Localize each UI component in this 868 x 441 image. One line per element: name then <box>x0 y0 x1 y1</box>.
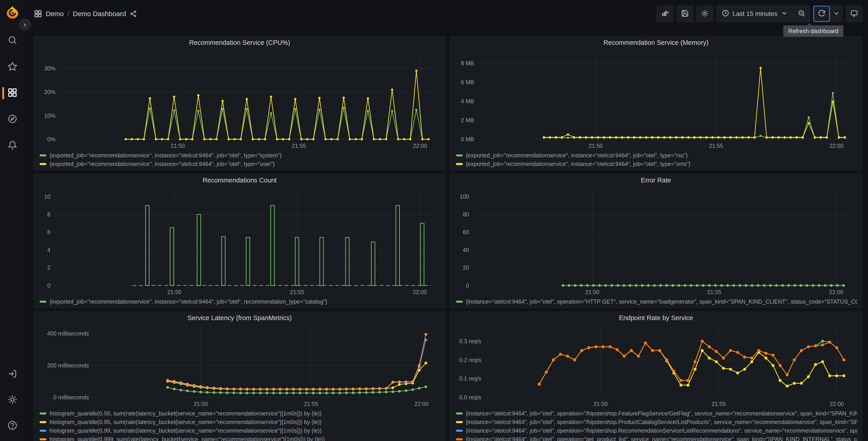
sidebar-item-help[interactable] <box>0 419 25 433</box>
bell-icon <box>7 140 18 151</box>
legend-swatch <box>40 438 46 440</box>
legend-item[interactable]: {exported_job="recommendationservice", i… <box>40 159 441 168</box>
share-icon[interactable] <box>130 10 137 18</box>
legend-item[interactable]: {exported_job="recommendationservice", i… <box>456 159 857 168</box>
svg-text:21:55: 21:55 <box>707 289 721 295</box>
legend-swatch <box>456 438 463 440</box>
legend-item[interactable]: {exported_job="recommendationservice", i… <box>40 297 441 306</box>
legend-label[interactable]: {exported_job="recommendationservice", i… <box>466 152 688 159</box>
legend-swatch <box>40 301 46 303</box>
legend-label[interactable]: {instance="otelcol:9464", job="otel", op… <box>466 428 857 434</box>
panel-header[interactable]: Endpoint Rate by Service <box>453 312 859 324</box>
sidebar-item-alerting[interactable] <box>0 139 25 153</box>
panel-recommendation-memory: Recommendation Service (Memory) 21:5021:… <box>450 36 862 170</box>
sidebar-expand-button[interactable]: › <box>19 19 31 30</box>
chart-canvas[interactable]: 21:5021:5522:00020406080100 <box>453 186 859 296</box>
panel-plot[interactable]: 21:5021:5522:00020406080100 <box>453 186 859 296</box>
time-range-label: Last 15 minutes <box>733 10 777 18</box>
time-range-picker[interactable]: Last 15 minutes <box>716 6 793 22</box>
legend-label[interactable]: {instance="otelcol:9464", job="otel", op… <box>466 419 857 425</box>
monitor-icon <box>850 9 858 18</box>
svg-text:21:50: 21:50 <box>194 401 208 407</box>
svg-text:0: 0 <box>47 282 51 289</box>
legend-label[interactable]: {exported_job="recommendationservice", i… <box>50 152 282 159</box>
legend-item[interactable]: histogram_quantile(0.999, sum(rate(laten… <box>40 435 441 441</box>
panel-header[interactable]: Recommendations Count <box>36 174 443 186</box>
legend-item[interactable]: {instance="otelcol:9464", job="otel", op… <box>456 409 857 418</box>
panel-plot[interactable]: 21:5021:5522:000246810 <box>36 186 443 296</box>
legend-label[interactable]: {exported_job="recommendationservice", i… <box>50 161 275 167</box>
zoom-out-button[interactable] <box>793 6 810 22</box>
panel-header[interactable]: Service Latency (from SpanMetrics) <box>36 312 443 324</box>
svg-text:0%: 0% <box>47 136 56 142</box>
legend-swatch <box>40 163 46 165</box>
sidebar-item-explore[interactable] <box>0 112 25 126</box>
chart-canvas[interactable]: 21:5021:5522:000 MB2 MB4 MB6 MB8 MB <box>453 49 859 150</box>
kiosk-mode-button[interactable] <box>846 6 863 22</box>
legend-item[interactable]: {instance="otelcol:9464", job="otel", op… <box>456 297 857 306</box>
panel-header[interactable]: Recommendation Service (CPU%) <box>36 36 443 49</box>
sign-in-icon <box>7 369 18 380</box>
legend-label[interactable]: {instance="otelcol:9464", job="otel", op… <box>466 298 857 305</box>
legend-label[interactable]: {instance="otelcol:9464", job="otel", op… <box>466 410 857 417</box>
panel-title: Recommendation Service (Memory) <box>603 39 709 47</box>
legend-swatch <box>456 421 463 423</box>
sidebar-item-settings[interactable] <box>0 393 25 407</box>
panel-plot[interactable]: 21:5021:5522:000 milliseconds200 millise… <box>36 324 443 408</box>
legend-label[interactable]: {exported_job="recommendationservice", i… <box>466 161 690 167</box>
legend-item[interactable]: {instance="otelcol:9464", job="otel", op… <box>456 426 857 435</box>
grafana-logo[interactable] <box>5 5 20 20</box>
panel-error-rate: Error Rate 21:5021:5522:00020406080100 {… <box>450 174 862 308</box>
svg-text:2 MB: 2 MB <box>461 117 474 123</box>
panel-recommendations-count: Recommendations Count 21:5021:5522:00024… <box>33 174 446 308</box>
svg-text:0.3 req/s: 0.3 req/s <box>459 338 481 344</box>
legend-item[interactable]: {exported_job="recommendationservice", i… <box>456 151 857 159</box>
legend-label[interactable]: histogram_quantile(0.50, sum(rate(latenc… <box>50 410 321 417</box>
legend-item[interactable]: {instance="otelcol:9464", job="otel", op… <box>456 418 857 426</box>
sidebar-item-search[interactable] <box>0 33 25 48</box>
panel-plot[interactable]: 21:5021:5522:000 MB2 MB4 MB6 MB8 MB <box>453 49 859 150</box>
legend-label[interactable]: histogram_quantile(0.95, sum(rate(latenc… <box>50 419 321 425</box>
sidebar-item-dashboards[interactable] <box>0 86 25 100</box>
svg-text:22:00: 22:00 <box>830 401 844 407</box>
add-panel-button[interactable] <box>657 6 673 22</box>
panel-header[interactable]: Recommendation Service (Memory) <box>453 36 859 49</box>
breadcrumb-dashboard-title[interactable]: Demo Dashboard <box>73 10 126 18</box>
add-panel-icon <box>661 9 669 18</box>
panel-title: Error Rate <box>641 177 671 184</box>
panel-header[interactable]: Error Rate <box>453 174 859 186</box>
chart-canvas[interactable]: 21:5021:5522:000.0 req/s0.1 req/s0.2 req… <box>453 324 859 408</box>
dashboard-settings-button[interactable] <box>696 6 713 22</box>
chevron-down-icon <box>780 9 788 19</box>
legend-item[interactable]: histogram_quantile(0.99, sum(rate(latenc… <box>40 426 441 435</box>
save-dashboard-button[interactable] <box>677 6 693 22</box>
panel-legend: {exported_job="recommendationservice", i… <box>36 296 443 306</box>
chart-canvas[interactable]: 21:5021:5522:000246810 <box>36 186 443 296</box>
legend-item[interactable]: histogram_quantile(0.50, sum(rate(latenc… <box>40 409 441 418</box>
sidebar-item-starred[interactable] <box>0 60 25 74</box>
refresh-interval-dropdown[interactable] <box>830 6 843 22</box>
svg-text:21:55: 21:55 <box>290 289 304 295</box>
legend-item[interactable]: {exported_job="recommendationservice", i… <box>40 151 441 159</box>
svg-text:22:00: 22:00 <box>829 289 843 295</box>
refresh-dashboard-button[interactable] <box>813 6 830 22</box>
panel-plot[interactable]: 21:5021:5522:000%10%20%30% <box>36 49 443 150</box>
panel-plot[interactable]: 21:5021:5522:000.0 req/s0.1 req/s0.2 req… <box>453 324 859 408</box>
breadcrumb-separator: / <box>67 10 69 18</box>
breadcrumb-folder[interactable]: Demo <box>46 10 64 18</box>
panel-legend: {exported_job="recommendationservice", i… <box>453 150 859 168</box>
legend-item[interactable]: {instance="otelcol:9464", job="otel", op… <box>456 435 857 441</box>
legend-item[interactable]: histogram_quantile(0.95, sum(rate(latenc… <box>40 418 441 426</box>
legend-label[interactable]: histogram_quantile(0.99, sum(rate(latenc… <box>50 428 321 434</box>
svg-text:21:55: 21:55 <box>709 143 723 149</box>
svg-text:30%: 30% <box>44 65 56 71</box>
legend-label[interactable]: {exported_job="recommendationservice", i… <box>50 298 327 305</box>
sidebar-item-sign-in[interactable] <box>0 367 25 381</box>
svg-text:21:50: 21:50 <box>585 289 599 295</box>
legend-label[interactable]: {instance="otelcol:9464", job="otel", op… <box>466 436 857 441</box>
chart-canvas[interactable]: 21:5021:5522:000 milliseconds200 millise… <box>36 324 443 408</box>
legend-label[interactable]: histogram_quantile(0.999, sum(rate(laten… <box>50 436 325 441</box>
chart-canvas[interactable]: 21:5021:5522:000%10%20%30% <box>36 49 443 150</box>
zoom-out-icon <box>798 9 806 18</box>
panel-recommendation-cpu: Recommendation Service (CPU%) 21:5021:55… <box>33 36 446 170</box>
